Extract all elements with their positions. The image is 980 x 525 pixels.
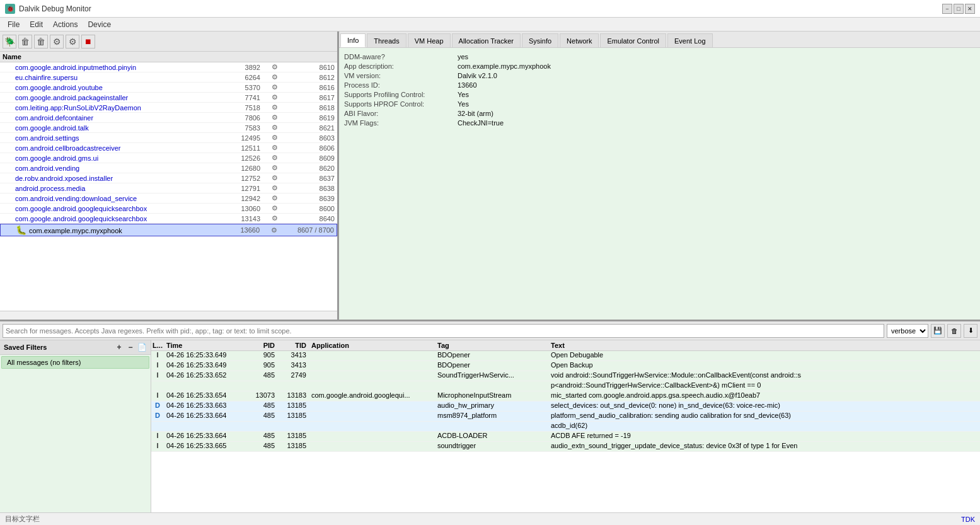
- log-row[interactable]: I04-26 16:25:33.6541307313183com.google.…: [151, 391, 980, 401]
- toolbar-btn-stop[interactable]: ⏹: [81, 35, 95, 49]
- process-name: android.process.media: [3, 185, 228, 192]
- col-icon-header: [265, 53, 284, 61]
- table-row[interactable]: com.google.android.inputmethod.pinyin389…: [0, 62, 337, 72]
- process-name: com.google.android.packageinstaller: [3, 94, 228, 101]
- logcat-search-input[interactable]: [3, 324, 884, 338]
- process-thread-icon: ⚙: [265, 144, 284, 152]
- log-pid: 485: [246, 442, 277, 449]
- device-hscroll[interactable]: [0, 311, 337, 320]
- table-row[interactable]: 🐛 com.example.mypc.myxphook13660⚙8607 / …: [0, 224, 337, 236]
- tab-threads[interactable]: Threads: [367, 33, 406, 47]
- tab-info[interactable]: Info: [340, 33, 366, 47]
- tab-allocation-tracker[interactable]: Allocation Tracker: [452, 33, 521, 47]
- process-pid: 12942: [228, 195, 265, 202]
- info-value: yes: [458, 53, 468, 61]
- filters-title: Saved Filters: [4, 343, 47, 351]
- tab-event-log[interactable]: Event Log: [667, 33, 713, 47]
- log-text: select_devices: out_snd_device(0: none) …: [548, 401, 980, 409]
- process-port: 8618: [284, 104, 335, 112]
- process-port: 8619: [284, 114, 335, 122]
- process-port: 8616: [284, 84, 335, 91]
- process-port: 8640: [284, 215, 335, 222]
- info-value: com.example.mypc.myxphook: [458, 62, 551, 70]
- device-rows-container: com.google.android.inputmethod.pinyin389…: [0, 62, 337, 236]
- tab-sysinfo[interactable]: Sysinfo: [522, 33, 558, 47]
- logcat-table-header: L... Time PID TID Application Tag Text: [151, 340, 980, 351]
- title-bar: 🐞 Dalvik Debug Monitor − □ ✕: [0, 0, 980, 18]
- log-row[interactable]: I04-26 16:25:33.6499053413BDOpenerOpen D…: [151, 351, 980, 361]
- logcat-scroll-btn[interactable]: ⬇: [964, 324, 977, 338]
- process-pid: 7741: [228, 94, 265, 101]
- log-text: p<android::SoundTriggerHwService::Callba…: [548, 381, 980, 389]
- export-filter-btn[interactable]: 📄: [137, 342, 147, 352]
- log-row[interactable]: I04-26 16:25:33.66548513185soundtriggera…: [151, 442, 980, 452]
- table-row[interactable]: com.google.android.youtube5370⚙8616: [0, 83, 337, 93]
- maximize-button[interactable]: □: [954, 4, 964, 14]
- log-row[interactable]: p<android::SoundTriggerHwService::Callba…: [151, 381, 980, 391]
- toolbar-btn-4[interactable]: ⚙: [50, 35, 64, 49]
- tab-vm-heap[interactable]: VM Heap: [408, 33, 451, 47]
- menu-device[interactable]: Device: [83, 19, 116, 30]
- toolbar-btn-5[interactable]: ⚙: [66, 35, 79, 49]
- menu-edit[interactable]: Edit: [25, 19, 48, 30]
- verbose-select[interactable]: verbose: [887, 324, 928, 338]
- table-row[interactable]: android.process.media12791⚙8638: [0, 183, 337, 193]
- menu-actions[interactable]: Actions: [48, 19, 83, 30]
- table-row[interactable]: com.android.vending12680⚙8620: [0, 163, 337, 173]
- log-row[interactable]: acdb_id(62): [151, 422, 980, 432]
- process-thread-icon: ⚙: [265, 194, 284, 202]
- toolbar-btn-3[interactable]: 🗑: [34, 35, 48, 49]
- table-row[interactable]: com.google.android.packageinstaller7741⚙…: [0, 93, 337, 103]
- process-thread-icon: ⚙: [265, 113, 284, 122]
- table-row[interactable]: com.google.android.gms.ui12526⚙8609: [0, 153, 337, 163]
- log-pid: 485: [246, 432, 277, 439]
- process-name: com.google.android.youtube: [3, 84, 228, 91]
- logcat-save-btn[interactable]: 💾: [931, 324, 945, 338]
- log-rows-container: I04-26 16:25:33.6499053413BDOpenerOpen D…: [151, 351, 980, 452]
- filter-all-messages[interactable]: All messages (no filters): [1, 356, 149, 369]
- table-row[interactable]: com.android.vending:download_service1294…: [0, 193, 337, 204]
- log-row[interactable]: D04-26 16:25:33.66448513185msm8974_platf…: [151, 412, 980, 422]
- tab-emulator-control[interactable]: Emulator Control: [600, 33, 666, 47]
- log-row[interactable]: I04-26 16:25:33.66448513185ACDB-LOADERAC…: [151, 432, 980, 442]
- process-port: 8609: [284, 154, 335, 162]
- add-filter-btn[interactable]: +: [114, 342, 124, 352]
- toolbar-btn-1[interactable]: 🪲: [3, 35, 16, 49]
- table-row[interactable]: com.google.android.googlequicksearchbox1…: [0, 204, 337, 214]
- process-pid: 13143: [228, 215, 265, 222]
- process-name: com.google.android.googlequicksearchbox: [3, 215, 228, 222]
- process-thread-icon: ⚙: [265, 204, 284, 212]
- minimize-button[interactable]: −: [942, 4, 952, 14]
- remove-filter-btn[interactable]: −: [125, 342, 135, 352]
- table-row[interactable]: de.robv.android.xposed.installer12752⚙86…: [0, 173, 337, 183]
- log-row[interactable]: I04-26 16:25:33.6499053413BDOpenerOpen B…: [151, 361, 980, 371]
- log-row[interactable]: I04-26 16:25:33.6524852749SoundTriggerHw…: [151, 371, 980, 381]
- top-pane: 🪲 🗑 🗑 ⚙ ⚙ ⏹ Name com.google.android.inpu…: [0, 32, 980, 321]
- process-thread-icon: ⚙: [265, 63, 284, 71]
- info-row: App description:com.example.mypc.myxphoo…: [344, 62, 975, 70]
- log-pid: 905: [246, 361, 277, 369]
- table-row[interactable]: com.android.cellbroadcastreceiver12511⚙8…: [0, 143, 337, 153]
- log-time: 04-26 16:25:33.664: [164, 412, 246, 419]
- toolbar-btn-2[interactable]: 🗑: [18, 35, 32, 49]
- process-port: 8607 / 8700: [284, 226, 334, 234]
- tab-network[interactable]: Network: [560, 33, 599, 47]
- process-pid: 12526: [228, 154, 265, 162]
- info-value: Yes: [458, 91, 469, 98]
- close-button[interactable]: ✕: [965, 4, 975, 14]
- table-row[interactable]: com.android.settings12495⚙8603: [0, 133, 337, 143]
- table-row[interactable]: com.google.android.talk7583⚙8621: [0, 123, 337, 133]
- log-row[interactable]: D04-26 16:25:33.66348513185audio_hw_prim…: [151, 401, 980, 412]
- col-text-header: Text: [548, 342, 980, 349]
- table-row[interactable]: com.android.defcontainer7806⚙8619: [0, 113, 337, 123]
- col-time-header: Time: [164, 342, 246, 349]
- logcat-clear-btn[interactable]: 🗑: [947, 324, 961, 338]
- log-pid: 13073: [246, 391, 277, 399]
- process-name: com.google.android.gms.ui: [3, 154, 228, 162]
- log-time: 04-26 16:25:33.654: [164, 391, 246, 399]
- table-row[interactable]: com.google.android.googlequicksearchbox1…: [0, 214, 337, 224]
- process-name: com.leiting.app:RunSoLibV2RayDaemon: [3, 104, 228, 112]
- table-row[interactable]: com.leiting.app:RunSoLibV2RayDaemon7518⚙…: [0, 103, 337, 113]
- table-row[interactable]: eu.chainfire.supersu6264⚙8612: [0, 72, 337, 83]
- menu-file[interactable]: File: [3, 19, 25, 30]
